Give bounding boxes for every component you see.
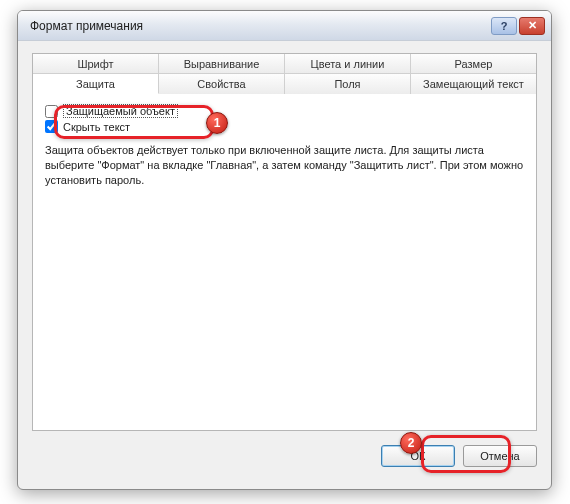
tab-alignment[interactable]: Выравнивание [159,54,285,73]
hide-text-checkbox[interactable] [45,120,58,133]
protected-object-label[interactable]: Защищаемый объект [63,104,178,118]
dialog-title: Формат примечания [30,19,489,33]
hide-text-label[interactable]: Скрыть текст [63,121,130,133]
dialog-content: Шрифт Выравнивание Цвета и линии Размер … [18,41,551,481]
format-note-dialog: Формат примечания ? ✕ Шрифт Выравнивание… [17,10,552,490]
titlebar[interactable]: Формат примечания ? ✕ [18,11,551,41]
protection-help-text: Защита объектов действует только при вкл… [45,143,524,188]
tab-row-2: Защита Свойства Поля Замещающий текст [33,74,536,94]
cancel-button[interactable]: Отмена [463,445,537,467]
tab-row-1: Шрифт Выравнивание Цвета и линии Размер [33,54,536,74]
tab-size[interactable]: Размер [411,54,536,73]
tab-alt-text[interactable]: Замещающий текст [411,74,536,94]
dialog-button-row: ОК Отмена [32,445,537,467]
hide-text-row: Скрыть текст [45,120,524,133]
tab-protection[interactable]: Защита [33,74,159,94]
close-button[interactable]: ✕ [519,17,545,35]
tab-colors-lines[interactable]: Цвета и линии [285,54,411,73]
tab-protection-body: Защищаемый объект Скрыть текст Защита об… [33,94,536,430]
tab-control: Шрифт Выравнивание Цвета и линии Размер … [32,53,537,431]
help-button[interactable]: ? [491,17,517,35]
protected-object-row: Защищаемый объект [45,104,524,118]
tab-margins[interactable]: Поля [285,74,411,94]
protected-object-checkbox[interactable] [45,105,58,118]
tab-properties[interactable]: Свойства [159,74,285,94]
tab-font[interactable]: Шрифт [33,54,159,73]
ok-button[interactable]: ОК [381,445,455,467]
